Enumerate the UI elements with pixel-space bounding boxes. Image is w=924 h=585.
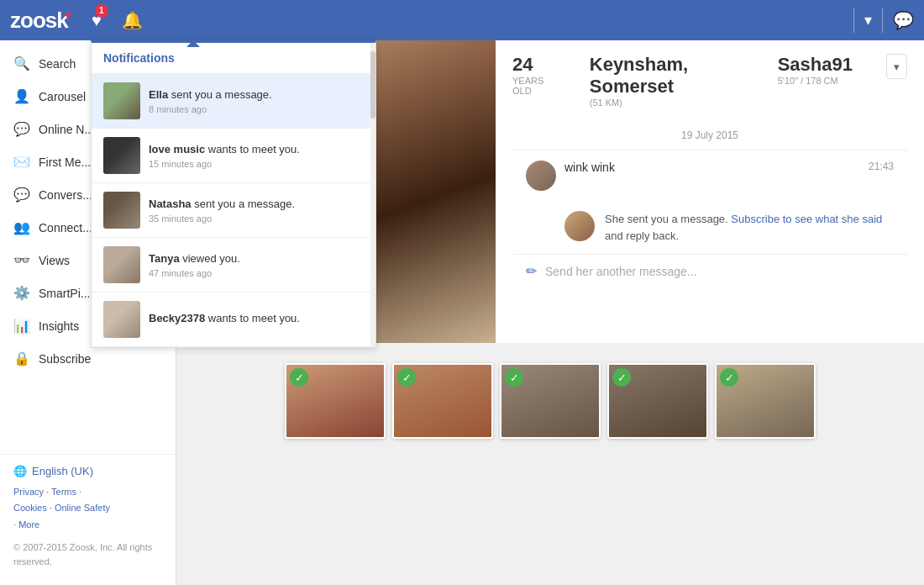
chat-subscribe-text: She sent you a message. Subscribe to see… — [605, 211, 894, 244]
sidebar-label-carousel: Carousel — [39, 90, 86, 103]
sidebar-label-subscribe: Subscribe — [39, 352, 91, 366]
subscribe-link[interactable]: Subscribe to see what she said — [731, 213, 882, 225]
notification-item-3[interactable]: Tanya viewed you. 47 minutes ago — [92, 238, 375, 292]
sidebar-label-conversations: Convers... — [39, 188, 92, 202]
notification-item-4[interactable]: Becky2378 wants to meet you. — [92, 292, 375, 347]
photo-check-1: ✓ — [290, 368, 308, 387]
subscribe-text-before: She sent you a message. — [605, 213, 728, 225]
notification-time-1: 15 minutes ago — [149, 159, 364, 169]
notification-time-0: 8 minutes ago — [149, 104, 364, 114]
location-value: Keynsham, Somerset — [590, 54, 744, 98]
notification-content-2: Natasha sent you a message. 35 minutes a… — [149, 197, 364, 224]
notification-content-3: Tanya viewed you. 47 minutes ago — [149, 251, 364, 278]
logo[interactable]: zoosk♥ — [10, 8, 71, 34]
sidebar-label-first-meet: First Me... — [39, 155, 91, 169]
chat-message-header: wink wink 21:43 — [564, 161, 894, 174]
header-divider-2 — [882, 8, 883, 33]
chat-icon[interactable]: 💬 — [893, 10, 914, 30]
heart-button[interactable]: ♥ 1 — [88, 8, 105, 34]
notification-item-1[interactable]: love music wants to meet you. 15 minutes… — [92, 129, 375, 183]
notification-avatar-natasha — [103, 192, 140, 229]
chat-avatar — [526, 161, 556, 191]
notification-text-0: Ella sent you a message. — [149, 87, 364, 103]
profile-expand-button[interactable]: ▾ — [886, 54, 907, 79]
language-selector[interactable]: 🌐 English (UK) — [13, 465, 162, 477]
photo-check-4: ✓ — [612, 368, 631, 387]
age-value: 24 — [512, 54, 556, 76]
chat-section: 19 July 2015 wink wink 21:43 — [512, 121, 907, 287]
notification-time-3: 47 minutes ago — [149, 268, 364, 278]
username-value: Sasha91 — [778, 54, 853, 76]
dropdown-arrow — [186, 40, 200, 47]
notification-name-2: Natasha — [149, 198, 192, 210]
notification-name-1: love music — [149, 143, 205, 155]
notification-content-1: love music wants to meet you. 15 minutes… — [149, 142, 364, 169]
scrollbar-thumb — [370, 51, 375, 119]
notification-avatar-love — [103, 137, 140, 174]
logo-text: zoosk — [10, 8, 68, 34]
notification-text-4: Becky2378 wants to meet you. — [149, 311, 364, 326]
notification-avatar-ella — [103, 82, 140, 119]
views-icon: 👓 — [13, 252, 30, 268]
chat-input-area[interactable]: ✏ Send her another message... — [512, 254, 907, 287]
notification-avatar-becky — [103, 301, 140, 338]
username-stat: Sasha91 5'10" / 178 cm — [778, 54, 853, 108]
sidebar-label-insights: Insights — [39, 319, 79, 333]
notification-text-3: Tanya viewed you. — [149, 251, 364, 266]
notification-item-0[interactable]: Ella sent you a message. 8 minutes ago — [92, 74, 375, 129]
notification-name-3: Tanya — [149, 252, 180, 265]
terms-link[interactable]: Terms — [51, 487, 76, 497]
bell-button[interactable]: 🔔 — [118, 7, 146, 34]
chat-message-content: wink wink 21:43 — [564, 161, 894, 177]
search-icon: 🔍 — [13, 55, 30, 71]
header-icons: ♥ 1 🔔 — [88, 7, 146, 34]
age-stat: 24 Years Old — [512, 54, 556, 108]
notification-time-2: 35 minutes ago — [149, 213, 364, 224]
chat-input-placeholder: Send her another message... — [545, 265, 894, 278]
cookies-link[interactable]: Cookies — [13, 503, 47, 513]
photos-grid: ✓ ✓ ✓ ✓ ✓ — [176, 350, 924, 452]
notifications-title: Notifications — [92, 43, 375, 74]
notification-name-0: Ella — [149, 88, 168, 101]
sidebar-footer: 🌐 English (UK) Privacy · Terms · Cookies… — [0, 454, 176, 578]
header-divider — [853, 8, 854, 33]
photo-check-2: ✓ — [397, 368, 416, 387]
notification-text-2: Natasha sent you a message. — [149, 197, 364, 212]
conversations-icon: 💬 — [13, 187, 30, 203]
header: zoosk♥ ♥ 1 🔔 ▾ 💬 — [0, 0, 924, 40]
notification-name-4: Becky2378 — [149, 312, 205, 324]
more-link[interactable]: More — [18, 519, 39, 530]
photo-thumb-3[interactable]: ✓ — [500, 363, 601, 439]
chat-subscribe-message: She sent you a message. Subscribe to see… — [512, 201, 907, 254]
language-label: English (UK) — [32, 465, 93, 477]
privacy-link[interactable]: Privacy — [13, 487, 44, 497]
photo-thumb-1[interactable]: ✓ — [285, 363, 386, 439]
chat-message-time: 21:43 — [869, 161, 894, 174]
logo-heart-icon: ♥ — [65, 8, 71, 22]
insights-icon: 📊 — [13, 318, 30, 334]
subscribe-icon: 🔒 — [13, 350, 30, 366]
notification-content-4: Becky2378 wants to meet you. — [149, 311, 364, 328]
online-now-icon: 💬 — [13, 121, 30, 137]
subscribe-text-after: and reply back. — [605, 229, 679, 242]
notification-avatar-tanya — [103, 246, 140, 283]
sidebar-label-views: Views — [39, 254, 70, 267]
photo-check-3: ✓ — [505, 368, 523, 387]
chat-message: wink wink 21:43 — [512, 150, 907, 201]
notification-item-2[interactable]: Natasha sent you a message. 35 minutes a… — [92, 183, 375, 238]
photo-thumb-4[interactable]: ✓ — [607, 363, 708, 439]
online-safety-link[interactable]: Online Safety — [55, 503, 110, 513]
photo-thumb-5[interactable]: ✓ — [715, 363, 816, 439]
account-dropdown-icon[interactable]: ▾ — [864, 11, 872, 29]
chat-date-divider: 19 July 2015 — [512, 121, 907, 150]
notification-content-0: Ella sent you a message. 8 minutes ago — [149, 87, 364, 114]
photo-check-5: ✓ — [720, 368, 738, 387]
chat-subscribe-avatar — [564, 211, 595, 241]
notification-scrollbar[interactable] — [370, 43, 375, 347]
header-right: ▾ 💬 — [853, 8, 914, 33]
connections-icon: 👥 — [13, 219, 30, 235]
first-meet-icon: ✉️ — [13, 154, 30, 170]
profile-stats: 24 Years Old Keynsham, Somerset (51 km) … — [512, 54, 907, 108]
photo-thumb-2[interactable]: ✓ — [392, 363, 493, 439]
pencil-icon: ✏ — [526, 263, 537, 279]
